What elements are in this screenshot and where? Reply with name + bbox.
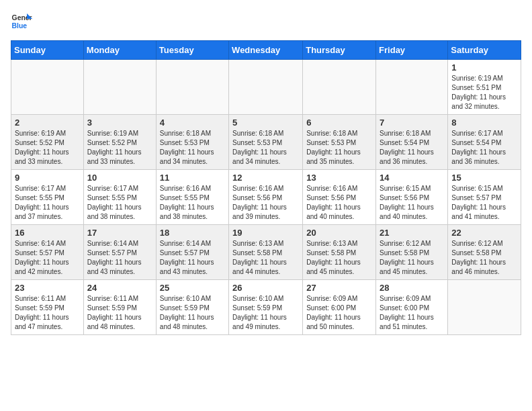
calendar-day-cell	[303, 60, 376, 115]
col-header-wednesday: Wednesday	[229, 41, 303, 60]
day-number: 5	[232, 118, 299, 128]
calendar-day-cell: 14Sunrise: 6:15 AM Sunset: 5:56 PM Dayli…	[376, 170, 448, 225]
day-number: 13	[306, 173, 372, 183]
day-number: 12	[232, 173, 299, 183]
day-info: Sunrise: 6:18 AM Sunset: 5:53 PM Dayligh…	[232, 129, 299, 167]
day-number: 15	[451, 173, 517, 183]
day-number: 18	[160, 228, 225, 238]
day-info: Sunrise: 6:09 AM Sunset: 6:00 PM Dayligh…	[306, 294, 372, 332]
calendar-day-cell	[156, 60, 228, 115]
calendar-day-cell: 21Sunrise: 6:12 AM Sunset: 5:58 PM Dayli…	[376, 225, 448, 280]
col-header-saturday: Saturday	[448, 41, 521, 60]
day-number: 17	[87, 228, 152, 238]
calendar-week-row: 1Sunrise: 6:19 AM Sunset: 5:51 PM Daylig…	[11, 60, 521, 115]
calendar-day-cell: 27Sunrise: 6:09 AM Sunset: 6:00 PM Dayli…	[303, 280, 376, 335]
calendar-day-cell	[376, 60, 448, 115]
calendar-day-cell: 10Sunrise: 6:17 AM Sunset: 5:55 PM Dayli…	[83, 170, 156, 225]
day-number: 3	[87, 118, 152, 128]
calendar-day-cell: 26Sunrise: 6:10 AM Sunset: 5:59 PM Dayli…	[229, 280, 303, 335]
calendar-day-cell: 19Sunrise: 6:13 AM Sunset: 5:58 PM Dayli…	[229, 225, 303, 280]
logo: General Blue	[11, 11, 32, 32]
calendar-day-cell: 28Sunrise: 6:09 AM Sunset: 6:00 PM Dayli…	[376, 280, 448, 335]
calendar-day-cell: 2Sunrise: 6:19 AM Sunset: 5:52 PM Daylig…	[11, 115, 84, 170]
day-info: Sunrise: 6:18 AM Sunset: 5:53 PM Dayligh…	[160, 129, 225, 167]
day-number: 23	[15, 283, 80, 293]
calendar-day-cell: 13Sunrise: 6:16 AM Sunset: 5:56 PM Dayli…	[303, 170, 376, 225]
col-header-tuesday: Tuesday	[156, 41, 228, 60]
day-info: Sunrise: 6:10 AM Sunset: 5:59 PM Dayligh…	[160, 294, 225, 332]
day-info: Sunrise: 6:16 AM Sunset: 5:56 PM Dayligh…	[306, 184, 372, 222]
day-info: Sunrise: 6:11 AM Sunset: 5:59 PM Dayligh…	[15, 294, 80, 332]
day-number: 25	[160, 283, 225, 293]
day-number: 19	[232, 228, 299, 238]
day-info: Sunrise: 6:10 AM Sunset: 5:59 PM Dayligh…	[232, 294, 299, 332]
day-number: 6	[306, 118, 372, 128]
day-info: Sunrise: 6:11 AM Sunset: 5:59 PM Dayligh…	[87, 294, 152, 332]
calendar-day-cell: 17Sunrise: 6:14 AM Sunset: 5:57 PM Dayli…	[83, 225, 156, 280]
day-info: Sunrise: 6:17 AM Sunset: 5:55 PM Dayligh…	[15, 184, 80, 222]
day-info: Sunrise: 6:14 AM Sunset: 5:57 PM Dayligh…	[87, 239, 152, 277]
day-info: Sunrise: 6:16 AM Sunset: 5:55 PM Dayligh…	[160, 184, 225, 222]
day-info: Sunrise: 6:13 AM Sunset: 5:58 PM Dayligh…	[232, 239, 299, 277]
day-number: 22	[451, 228, 517, 238]
calendar-day-cell: 6Sunrise: 6:18 AM Sunset: 5:53 PM Daylig…	[303, 115, 376, 170]
day-number: 9	[15, 173, 80, 183]
day-info: Sunrise: 6:15 AM Sunset: 5:56 PM Dayligh…	[380, 184, 444, 222]
day-info: Sunrise: 6:19 AM Sunset: 5:52 PM Dayligh…	[15, 129, 80, 167]
calendar-week-row: 16Sunrise: 6:14 AM Sunset: 5:57 PM Dayli…	[11, 225, 521, 280]
calendar-day-cell: 7Sunrise: 6:18 AM Sunset: 5:54 PM Daylig…	[376, 115, 448, 170]
day-number: 7	[380, 118, 444, 128]
calendar-day-cell: 24Sunrise: 6:11 AM Sunset: 5:59 PM Dayli…	[83, 280, 156, 335]
calendar-week-row: 2Sunrise: 6:19 AM Sunset: 5:52 PM Daylig…	[11, 115, 521, 170]
calendar-day-cell: 22Sunrise: 6:12 AM Sunset: 5:58 PM Dayli…	[448, 225, 521, 280]
calendar-day-cell: 23Sunrise: 6:11 AM Sunset: 5:59 PM Dayli…	[11, 280, 84, 335]
col-header-thursday: Thursday	[303, 41, 376, 60]
calendar-day-cell	[83, 60, 156, 115]
day-number: 28	[380, 283, 444, 293]
day-info: Sunrise: 6:13 AM Sunset: 5:58 PM Dayligh…	[306, 239, 372, 277]
day-number: 21	[380, 228, 444, 238]
day-number: 10	[87, 173, 152, 183]
day-info: Sunrise: 6:19 AM Sunset: 5:52 PM Dayligh…	[87, 129, 152, 167]
day-info: Sunrise: 6:19 AM Sunset: 5:51 PM Dayligh…	[451, 74, 517, 111]
calendar-day-cell: 5Sunrise: 6:18 AM Sunset: 5:53 PM Daylig…	[229, 115, 303, 170]
calendar-day-cell: 25Sunrise: 6:10 AM Sunset: 5:59 PM Dayli…	[156, 280, 228, 335]
calendar-day-cell: 4Sunrise: 6:18 AM Sunset: 5:53 PM Daylig…	[156, 115, 228, 170]
calendar-day-cell: 18Sunrise: 6:14 AM Sunset: 5:57 PM Dayli…	[156, 225, 228, 280]
day-number: 24	[87, 283, 152, 293]
calendar-day-cell: 1Sunrise: 6:19 AM Sunset: 5:51 PM Daylig…	[448, 60, 521, 115]
calendar-week-row: 23Sunrise: 6:11 AM Sunset: 5:59 PM Dayli…	[11, 280, 521, 335]
day-number: 2	[15, 118, 80, 128]
day-info: Sunrise: 6:18 AM Sunset: 5:53 PM Dayligh…	[306, 129, 372, 167]
calendar-day-cell: 12Sunrise: 6:16 AM Sunset: 5:56 PM Dayli…	[229, 170, 303, 225]
day-info: Sunrise: 6:14 AM Sunset: 5:57 PM Dayligh…	[15, 239, 80, 277]
day-number: 1	[451, 62, 517, 73]
calendar-day-cell: 16Sunrise: 6:14 AM Sunset: 5:57 PM Dayli…	[11, 225, 84, 280]
day-number: 4	[160, 118, 225, 128]
calendar: SundayMondayTuesdayWednesdayThursdayFrid…	[11, 40, 521, 335]
calendar-week-row: 9Sunrise: 6:17 AM Sunset: 5:55 PM Daylig…	[11, 170, 521, 225]
day-info: Sunrise: 6:15 AM Sunset: 5:57 PM Dayligh…	[451, 184, 517, 222]
day-info: Sunrise: 6:14 AM Sunset: 5:57 PM Dayligh…	[160, 239, 225, 277]
day-number: 16	[15, 228, 80, 238]
day-number: 8	[451, 118, 517, 128]
col-header-sunday: Sunday	[11, 41, 84, 60]
day-number: 26	[232, 283, 299, 293]
day-info: Sunrise: 6:17 AM Sunset: 5:54 PM Dayligh…	[451, 129, 517, 167]
day-info: Sunrise: 6:12 AM Sunset: 5:58 PM Dayligh…	[380, 239, 444, 277]
day-info: Sunrise: 6:17 AM Sunset: 5:55 PM Dayligh…	[87, 184, 152, 222]
day-number: 27	[306, 283, 372, 293]
calendar-day-cell	[229, 60, 303, 115]
svg-text:Blue: Blue	[12, 22, 28, 30]
col-header-friday: Friday	[376, 41, 448, 60]
calendar-day-cell: 8Sunrise: 6:17 AM Sunset: 5:54 PM Daylig…	[448, 115, 521, 170]
calendar-day-cell: 20Sunrise: 6:13 AM Sunset: 5:58 PM Dayli…	[303, 225, 376, 280]
day-number: 20	[306, 228, 372, 238]
calendar-day-cell: 3Sunrise: 6:19 AM Sunset: 5:52 PM Daylig…	[83, 115, 156, 170]
calendar-day-cell	[448, 280, 521, 335]
calendar-day-cell: 9Sunrise: 6:17 AM Sunset: 5:55 PM Daylig…	[11, 170, 84, 225]
calendar-day-cell: 11Sunrise: 6:16 AM Sunset: 5:55 PM Dayli…	[156, 170, 228, 225]
day-info: Sunrise: 6:16 AM Sunset: 5:56 PM Dayligh…	[232, 184, 299, 222]
day-number: 14	[380, 173, 444, 183]
calendar-day-cell	[11, 60, 84, 115]
